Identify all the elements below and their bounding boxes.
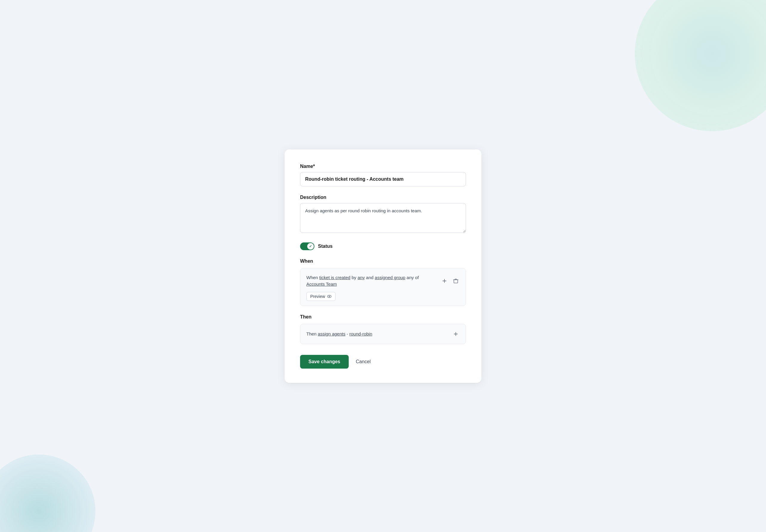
condition-and: and [365, 275, 375, 280]
add-condition-button[interactable] [441, 277, 448, 285]
name-input[interactable] [300, 172, 466, 186]
assigned-group-link[interactable]: assigned group [375, 275, 405, 280]
then-box: Then assign agents - round-robin [300, 324, 466, 344]
preview-label: Preview [310, 294, 325, 299]
status-label: Status [318, 244, 333, 249]
condition-actions [441, 277, 460, 285]
add-then-button[interactable] [452, 330, 460, 338]
description-label: Description [300, 195, 466, 200]
svg-point-2 [329, 296, 330, 297]
toggle-knob: ✓ [307, 243, 314, 250]
condition-text: When ticket is created by any and assign… [306, 274, 436, 288]
form-card: Name* Description Assign agents as per r… [285, 149, 481, 383]
then-label: Then [300, 314, 466, 320]
ticket-created-link[interactable]: ticket is created [319, 275, 350, 280]
condition-row: When ticket is created by any and assign… [306, 274, 460, 288]
assign-agents-link[interactable]: assign agents [318, 331, 345, 336]
condition-prefix: When [306, 275, 319, 280]
bg-circle-bottom-left [0, 454, 95, 532]
condition-box: When ticket is created by any and assign… [300, 268, 466, 306]
condition-by: by [350, 275, 358, 280]
svg-rect-0 [454, 280, 458, 283]
delete-condition-button[interactable] [452, 277, 460, 285]
round-robin-link[interactable]: round-robin [349, 331, 372, 336]
bg-circle-top-right [635, 0, 766, 131]
name-label: Name* [300, 164, 466, 169]
condition-any-of: any of [405, 275, 419, 280]
accounts-team-link[interactable]: Accounts Team [306, 282, 337, 287]
cancel-button[interactable]: Cancel [353, 355, 373, 369]
then-prefix: Then [306, 331, 318, 336]
then-text: Then assign agents - round-robin [306, 331, 372, 336]
eye-icon [327, 294, 332, 299]
description-field-group: Description Assign agents as per round r… [300, 195, 466, 234]
then-dash: - [345, 331, 349, 336]
status-row: ✓ Status [300, 242, 466, 250]
name-field-group: Name* [300, 164, 466, 186]
any-link[interactable]: any [358, 275, 365, 280]
when-label: When [300, 259, 466, 264]
then-section: Then Then assign agents - round-robin [300, 314, 466, 344]
action-row: Save changes Cancel [300, 355, 466, 369]
preview-row: Preview [306, 292, 460, 301]
when-section: When When ticket is created by any and a… [300, 259, 466, 306]
status-toggle[interactable]: ✓ [300, 242, 314, 250]
save-button[interactable]: Save changes [300, 355, 349, 369]
description-input[interactable]: Assign agents as per round robin routing… [300, 203, 466, 233]
toggle-check-icon: ✓ [309, 244, 312, 248]
preview-button[interactable]: Preview [306, 292, 336, 301]
